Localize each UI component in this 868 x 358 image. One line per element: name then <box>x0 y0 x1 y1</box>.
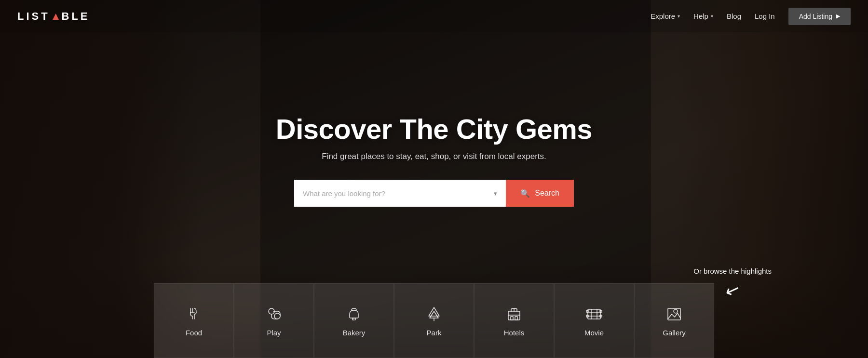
category-movie[interactable]: Movie <box>554 283 634 358</box>
navbar: LIST ▲ BLE Explore ▾ Help ▾ Blog Log In … <box>0 0 868 32</box>
svg-point-1 <box>274 313 280 319</box>
svg-rect-20 <box>600 315 602 317</box>
login-link[interactable]: Log In <box>755 12 775 20</box>
svg-rect-17 <box>586 310 588 312</box>
explore-link[interactable]: Explore ▾ <box>651 12 680 20</box>
hero-title: Discover The City Gems <box>276 113 592 145</box>
bakery-label: Bakery <box>343 329 366 337</box>
help-chevron-icon: ▾ <box>711 13 713 19</box>
category-bakery[interactable]: Bakery <box>314 283 394 358</box>
search-button[interactable]: 🔍 Search <box>506 180 574 207</box>
search-icon: 🔍 <box>520 189 530 198</box>
movie-label: Movie <box>584 329 604 337</box>
explore-chevron-icon: ▾ <box>678 13 680 19</box>
logo-text-2: BLE <box>61 10 90 23</box>
logo-text-1: LIST <box>17 10 50 23</box>
svg-rect-8 <box>508 311 520 320</box>
search-placeholder: What are you looking for? <box>303 189 494 198</box>
help-link[interactable]: Help ▾ <box>693 12 713 20</box>
category-play[interactable]: Play <box>234 283 314 358</box>
browse-hint: Or browse the highlights ↙ <box>693 266 772 300</box>
bakery-icon <box>345 305 363 323</box>
blog-link[interactable]: Blog <box>727 12 741 20</box>
svg-rect-10 <box>515 317 517 320</box>
svg-point-21 <box>674 309 678 313</box>
svg-rect-12 <box>588 309 600 319</box>
add-listing-arrow-icon: ▶ <box>836 13 840 19</box>
logo[interactable]: LIST ▲ BLE <box>17 10 90 23</box>
logo-arrow: ▲ <box>51 10 61 23</box>
food-icon <box>185 305 203 323</box>
food-label: Food <box>186 329 202 337</box>
svg-rect-18 <box>586 315 588 317</box>
play-label: Play <box>267 329 281 337</box>
play-icon <box>265 305 283 323</box>
search-chevron-icon: ▾ <box>494 190 497 197</box>
hotels-label: Hotels <box>504 329 525 337</box>
movie-icon <box>585 305 603 323</box>
svg-rect-9 <box>511 317 513 320</box>
category-food[interactable]: Food <box>154 283 234 358</box>
park-icon <box>425 305 443 323</box>
search-select[interactable]: What are you looking for? ▾ <box>294 180 506 207</box>
hotels-icon <box>505 305 523 323</box>
category-hotels[interactable]: Hotels <box>474 283 554 358</box>
add-listing-button[interactable]: Add Listing ▶ <box>788 8 851 25</box>
category-park[interactable]: Park <box>394 283 474 358</box>
search-bar: What are you looking for? ▾ 🔍 Search <box>294 180 574 207</box>
hero-subtitle: Find great places to stay, eat, shop, or… <box>322 152 546 161</box>
park-label: Park <box>427 329 442 337</box>
gallery-label: Gallery <box>663 329 686 337</box>
svg-rect-19 <box>600 310 602 312</box>
gallery-icon <box>665 305 683 323</box>
nav-links: Explore ▾ Help ▾ Blog Log In Add Listing… <box>651 8 851 25</box>
categories: Food Play Bakery Park <box>154 283 714 358</box>
